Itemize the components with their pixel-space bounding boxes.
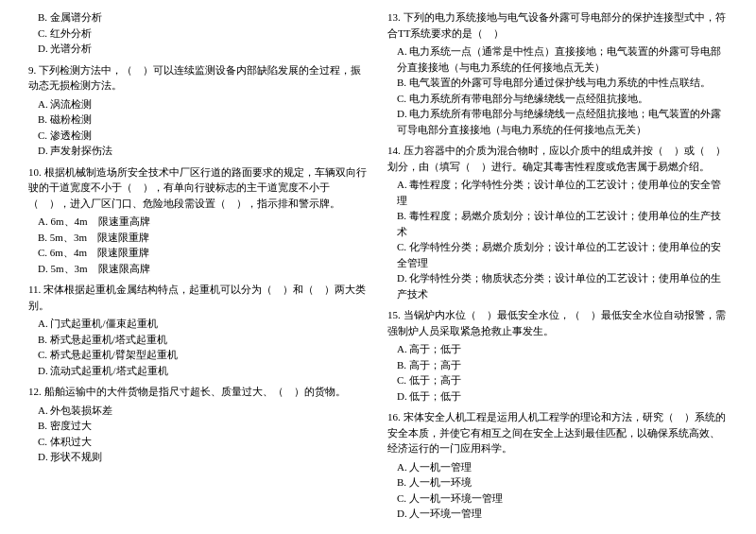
- q11-option-d: D. 流动式起重机/塔式起重机: [38, 363, 369, 379]
- q9-option-a: A. 涡流检测: [38, 96, 369, 112]
- q11-option-b: B. 桥式悬起重机/塔式起重机: [38, 332, 369, 348]
- q12-option-a: A. 外包装损坏差: [38, 403, 369, 419]
- question-16: 16. 宋体安全人机工程是运用人机工程学的理论和方法，研究（ ）系统的安全本质，…: [387, 409, 728, 522]
- q13-option-b: B. 电气装置的外露可导电部分通过保护线与电力系统的中性点联结。: [397, 75, 728, 91]
- question-9-text: 9. 下列检测方法中，（ ）可以连续监测设备内部缺陷发展的全过程，振动态无损检测…: [28, 62, 369, 94]
- q14-option-d: D. 化学特性分类；物质状态分类；设计单位的工艺设计；使用单位的生产技术: [397, 270, 728, 301]
- option-d: D. 光谱分析: [38, 41, 369, 57]
- question-14: 14. 压力容器中的介质为混合物时，应以介质中的组成并按（ ）或（ ）划分，由（…: [387, 143, 728, 301]
- q11-option-c: C. 桥式悬起重机/臂架型起重机: [38, 347, 369, 363]
- q12-option-c: C. 体积过大: [38, 434, 369, 450]
- q14-option-b: B. 毒性程度；易燃介质划分；设计单位的工艺设计；使用单位的生产技术: [397, 208, 728, 239]
- question-16-text: 16. 宋体安全人机工程是运用人机工程学的理论和方法，研究（ ）系统的安全本质，…: [387, 409, 728, 456]
- q9-option-b: B. 磁粉检测: [38, 112, 369, 128]
- question-9: 9. 下列检测方法中，（ ）可以连续监测设备内部缺陷发展的全过程，振动态无损检测…: [28, 62, 369, 159]
- q14-option-a: A. 毒性程度；化学特性分类；设计单位的工艺设计；使用单位的安全管理: [397, 177, 728, 208]
- q12-option-d: D. 形状不规则: [38, 449, 369, 465]
- q10-option-b: B. 5m、3m 限速限重牌: [38, 230, 369, 246]
- q16-option-b: B. 人一机一环境: [397, 474, 728, 491]
- q9-option-c: C. 渗透检测: [38, 128, 369, 144]
- option-c: C. 红外分析: [38, 26, 369, 42]
- question-15-text: 15. 当锅炉内水位（ ）最低安全水位，（ ）最低安全水位自动报警，需强制炉人员…: [387, 307, 728, 338]
- question-12-text: 12. 船舶运输中的大件货物是指尺寸超长、质量过大、（ ）的货物。: [28, 384, 369, 400]
- question-14-text: 14. 压力容器中的介质为混合物时，应以介质中的组成并按（ ）或（ ）划分，由（…: [387, 143, 728, 174]
- q10-option-c: C. 6m、4m 限速限重牌: [38, 245, 369, 261]
- q13-option-d: D. 电力系统所有带电部分与绝缘绕线一点经阻抗接地；电气装置的外露可导电部分直接…: [397, 106, 728, 137]
- q15-option-c: C. 低于；高于: [397, 372, 728, 388]
- option-b: B. 金属谱分析: [38, 9, 369, 26]
- q14-option-c: C. 化学特性分类；易燃介质划分；设计单位的工艺设计；使用单位的安全管理: [397, 239, 728, 270]
- page-content: B. 金属谱分析 C. 红外分析 D. 光谱分析 9. 下列检测方法中，（ ）可…: [28, 9, 728, 527]
- question-15: 15. 当锅炉内水位（ ）最低安全水位，（ ）最低安全水位自动报警，需强制炉人员…: [387, 307, 728, 404]
- q15-option-d: D. 低于；低于: [397, 388, 728, 405]
- q13-option-c: C. 电力系统所有带电部分与绝缘绕线一点经阻抗接地。: [397, 91, 728, 107]
- q10-option-d: D. 5m、3m 限速限高牌: [38, 261, 369, 277]
- right-column: 13. 下列的电力系统接地与电气设备外露可导电部分的保护连接型式中，符合TT系统…: [387, 9, 728, 527]
- q13-option-a: A. 电力系统一点（通常是中性点）直接接地；电气装置的外露可导电部分直接接地（与…: [397, 43, 728, 75]
- q9-option-d: D. 声发射探伤法: [38, 143, 369, 159]
- question-continuation: B. 金属谱分析 C. 红外分析 D. 光谱分析: [28, 9, 369, 57]
- left-column: B. 金属谱分析 C. 红外分析 D. 光谱分析 9. 下列检测方法中，（ ）可…: [28, 9, 369, 527]
- q15-option-a: A. 高于；低于: [397, 341, 728, 357]
- q16-option-d: D. 人一环境一管理: [397, 506, 728, 522]
- question-13: 13. 下列的电力系统接地与电气设备外露可导电部分的保护连接型式中，符合TT系统…: [387, 9, 728, 137]
- question-12: 12. 船舶运输中的大件货物是指尺寸超长、质量过大、（ ）的货物。 A. 外包装…: [28, 384, 369, 465]
- question-10: 10. 根据机械制造场所安全技术中厂区行道的路面要求的规定，车辆双向行驶的干道宽…: [28, 164, 369, 277]
- question-13-text: 13. 下列的电力系统接地与电气设备外露可导电部分的保护连接型式中，符合TT系统…: [387, 9, 728, 41]
- q10-option-a: A. 6m、4m 限速重高牌: [38, 214, 369, 230]
- question-11-text: 11. 宋体根据起重机金属结构特点，起重机可以分为（ ）和（ ）两大类别。: [28, 282, 369, 313]
- q11-option-a: A. 门式起重机/僵束起重机: [38, 316, 369, 332]
- q15-option-b: B. 高于；高于: [397, 357, 728, 373]
- q16-option-a: A. 人一机一管理: [397, 459, 728, 475]
- q12-option-b: B. 密度过大: [38, 418, 369, 434]
- question-10-text: 10. 根据机械制造场所安全技术中厂区行道的路面要求的规定，车辆双向行驶的干道宽…: [28, 164, 369, 212]
- question-11: 11. 宋体根据起重机金属结构特点，起重机可以分为（ ）和（ ）两大类别。 A.…: [28, 282, 369, 378]
- q16-option-c: C. 人一机一环境一管理: [397, 491, 728, 507]
